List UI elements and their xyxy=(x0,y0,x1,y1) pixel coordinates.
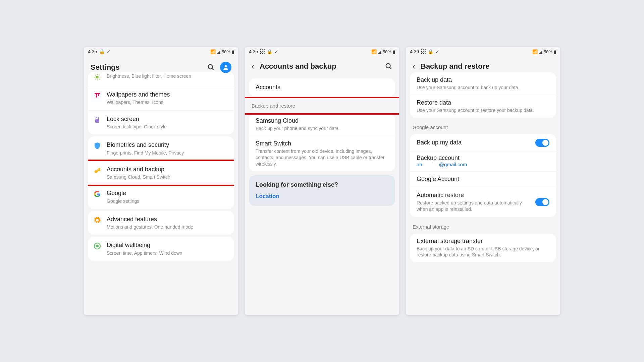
status-time: 4:36 xyxy=(410,49,419,54)
backup-toggle[interactable] xyxy=(535,139,549,147)
svg-line-10 xyxy=(95,79,96,79)
svg-point-0 xyxy=(208,65,213,69)
svg-point-2 xyxy=(225,65,227,67)
item-title: Automatic restore xyxy=(417,192,531,199)
battery-text: 50% xyxy=(383,49,391,54)
backup-my-data-item[interactable]: Back up my data xyxy=(410,134,556,152)
search-icon[interactable] xyxy=(207,64,215,71)
external-section: External storage transfer Back up your d… xyxy=(410,234,556,262)
settings-item-advanced[interactable]: Advanced features Motions and gestures, … xyxy=(88,211,234,235)
item-subtitle: Screen time, App timers, Wind down xyxy=(107,250,229,256)
settings-item-accounts-backup[interactable]: Accounts and backup Samsung Cloud, Smart… xyxy=(88,160,234,186)
item-subtitle: Fingerprints, Find My Mobile, Privacy xyxy=(107,150,229,156)
check-icon: ✓ xyxy=(435,49,439,54)
item-title: Google xyxy=(107,189,229,197)
item-title: Back up data xyxy=(417,76,549,83)
item-subtitle: Google settings xyxy=(107,198,229,204)
external-transfer-item[interactable]: External storage transfer Back up your d… xyxy=(410,234,556,262)
settings-group-2: Biometrics and security Fingerprints, Fi… xyxy=(88,136,234,209)
accounts-section: Accounts xyxy=(249,78,395,96)
smart-switch-item[interactable]: Smart Switch Transfer content from your … xyxy=(249,136,395,171)
back-button[interactable]: ‹ xyxy=(413,62,415,71)
battery-icon: ▮ xyxy=(393,49,395,54)
battery-text: 50% xyxy=(544,49,552,54)
looking-for-section: Looking for something else? Location xyxy=(249,175,395,206)
signal-icon: ◢ xyxy=(539,49,542,54)
settings-item-biometrics[interactable]: Biometrics and security Fingerprints, Fi… xyxy=(88,136,234,161)
item-subtitle: Wallpapers, Themes, Icons xyxy=(107,99,229,105)
restore-data-item[interactable]: Restore data Use your Samsung account to… xyxy=(410,95,556,118)
backup-account-item[interactable]: Backup account ah @gmail.com xyxy=(410,150,556,172)
search-icon[interactable] xyxy=(385,63,392,70)
signal-icon: ◢ xyxy=(217,49,220,54)
svg-rect-13 xyxy=(96,94,97,98)
backup-account-email: ah @gmail.com xyxy=(417,162,549,167)
backup-data-item[interactable]: Back up data Use your Samsung account to… xyxy=(410,72,556,95)
settings-group-1: Brightness, Blue light filter, Home scre… xyxy=(88,72,234,134)
item-title: Smart Switch xyxy=(256,140,388,147)
item-title: Backup account xyxy=(417,155,549,162)
svg-point-19 xyxy=(386,64,390,68)
wallpaper-icon xyxy=(93,92,101,100)
header: ‹ Accounts and backup xyxy=(245,56,399,76)
item-subtitle: Use your Samsung account to restore your… xyxy=(417,107,549,114)
lock-icon xyxy=(93,116,101,124)
item-subtitle: Motions and gestures, One-handed mode xyxy=(107,224,229,230)
item-subtitle: Transfer content from your old device, i… xyxy=(256,148,388,167)
item-title: Google Account xyxy=(417,176,549,183)
settings-group-4: Digital wellbeing Screen time, App timer… xyxy=(88,237,234,261)
settings-item-wellbeing[interactable]: Digital wellbeing Screen time, App timer… xyxy=(88,237,234,261)
wifi-icon: 📶 xyxy=(210,49,216,54)
samsung-cloud-item[interactable]: Samsung Cloud Back up your phone and syn… xyxy=(249,113,395,136)
battery-icon: ▮ xyxy=(232,49,234,54)
svg-line-20 xyxy=(390,67,391,69)
settings-item-google[interactable]: Google Google settings xyxy=(88,185,234,209)
item-title: Back up my data xyxy=(417,139,531,146)
google-section: Back up my data Backup account ah @gmail… xyxy=(410,134,556,217)
item-subtitle: Screen lock type, Clock style xyxy=(107,124,229,130)
status-bar: 4:35 🔒 ✓ 📶 ◢ 50% ▮ xyxy=(84,47,238,56)
svg-rect-12 xyxy=(95,93,100,94)
item-title: Lock screen xyxy=(107,115,229,123)
phone-screen-1: 4:35 🔒 ✓ 📶 ◢ 50% ▮ Settings Brightness, … xyxy=(84,47,238,315)
accounts-item[interactable]: Accounts xyxy=(249,78,395,96)
wellbeing-icon xyxy=(93,242,101,250)
svg-point-18 xyxy=(96,245,98,247)
svg-rect-15 xyxy=(95,119,99,123)
image-icon: 🖼 xyxy=(260,49,265,54)
automatic-restore-item[interactable]: Automatic restore Restore backed up sett… xyxy=(410,187,556,217)
phone-screen-3: 4:36 🖼 🔒 ✓ 📶 ◢ 50% ▮ ‹ Backup and restor… xyxy=(406,47,560,315)
samsung-section: Back up data Use your Samsung account to… xyxy=(410,72,556,118)
svg-line-11 xyxy=(99,75,100,75)
location-link[interactable]: Location xyxy=(256,193,388,200)
shield-icon xyxy=(93,142,101,150)
display-icon xyxy=(93,73,101,81)
page-title: Backup and restore xyxy=(421,62,553,71)
page-title: Accounts and backup xyxy=(260,62,380,71)
settings-item-wallpapers[interactable]: Wallpapers and themes Wallpapers, Themes… xyxy=(88,86,234,111)
auto-restore-toggle[interactable] xyxy=(535,198,549,206)
settings-item-lockscreen[interactable]: Lock screen Screen lock type, Clock styl… xyxy=(88,111,234,135)
item-subtitle: Back up your data to an SD card or USB s… xyxy=(417,246,549,258)
google-account-item[interactable]: Google Account xyxy=(410,172,556,187)
profile-avatar[interactable] xyxy=(220,62,231,73)
svg-rect-14 xyxy=(98,94,99,96)
settings-item-display[interactable]: Brightness, Blue light filter, Home scre… xyxy=(88,72,234,86)
item-title: Accounts and backup xyxy=(107,166,229,173)
settings-group-3: Advanced features Motions and gestures, … xyxy=(88,211,234,235)
item-title: Digital wellbeing xyxy=(107,241,229,249)
item-title: Advanced features xyxy=(107,216,229,223)
briefcase-icon: 🔒 xyxy=(428,49,433,54)
item-title: Samsung Cloud xyxy=(256,117,388,124)
item-subtitle: Use your Samsung account to back up your… xyxy=(417,84,549,91)
item-subtitle: Restore backed up settings and data auto… xyxy=(417,200,531,213)
key-icon xyxy=(93,166,101,174)
phone-screen-2: 4:35 🖼 🔒 ✓ 📶 ◢ 50% ▮ ‹ Accounts and back… xyxy=(245,47,399,315)
svg-line-1 xyxy=(212,68,214,70)
back-button[interactable]: ‹ xyxy=(252,62,254,71)
check-icon: ✓ xyxy=(107,49,111,54)
signal-icon: ◢ xyxy=(378,49,381,54)
item-subtitle: Samsung Cloud, Smart Switch xyxy=(107,174,229,180)
status-time: 4:35 xyxy=(88,49,97,54)
item-subtitle: Back up your phone and sync your data. xyxy=(256,125,388,132)
